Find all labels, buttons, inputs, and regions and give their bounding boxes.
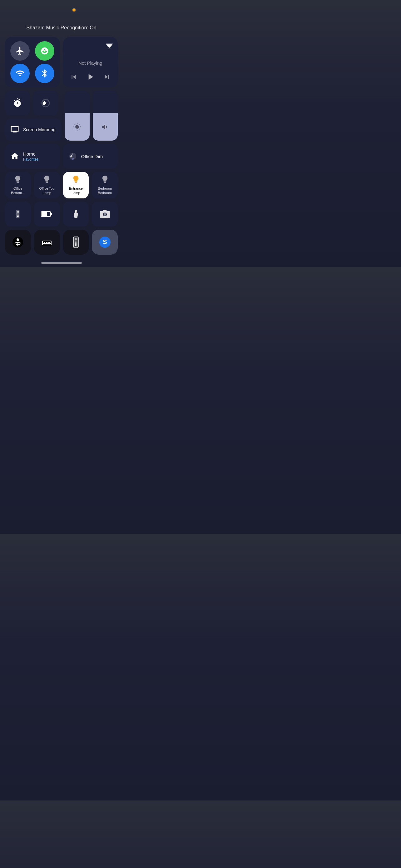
shazam-dock-button[interactable]: S: [92, 230, 118, 255]
lights-row: Office Bottom... Office Top Lamp Entranc…: [5, 172, 118, 198]
office-bottom-label: Office Bottom...: [7, 186, 29, 195]
rewind-button[interactable]: [70, 73, 78, 82]
svg-rect-12: [51, 213, 52, 215]
rotation-lock-button[interactable]: [5, 91, 30, 116]
svg-rect-23: [46, 242, 47, 243]
airplane-mode-button[interactable]: [10, 41, 30, 61]
office-top-lamp-button[interactable]: Office Top Lamp: [34, 172, 60, 198]
svg-point-0: [44, 50, 45, 52]
svg-rect-28: [75, 242, 76, 242]
camera-indicator-dot: [72, 8, 75, 11]
row-1: Not Playing: [5, 37, 118, 88]
bedroom-label: Bedroom Bedroom: [94, 186, 116, 195]
shazam-header: Shazam Music Recognition: On: [0, 25, 123, 31]
media-top: [67, 41, 114, 51]
svg-rect-10: [17, 216, 19, 217]
screen-mirroring-button[interactable]: Screen Mirroring: [5, 119, 62, 141]
svg-rect-6: [17, 213, 18, 214]
volume-slider[interactable]: [93, 91, 118, 141]
svg-rect-30: [75, 243, 76, 244]
office-dim-label: Office Dim: [81, 154, 103, 159]
bluetooth-button[interactable]: [35, 64, 54, 83]
svg-rect-9: [18, 215, 19, 215]
office-top-lamp-label: Office Top Lamp: [36, 186, 58, 195]
svg-rect-2: [17, 211, 18, 212]
battery-button[interactable]: [34, 202, 60, 226]
dock-row: S: [5, 230, 118, 260]
svg-rect-8: [17, 215, 18, 215]
office-bottom-button[interactable]: Office Bottom...: [5, 172, 31, 198]
svg-rect-24: [48, 242, 49, 243]
sliders: [65, 91, 118, 141]
svg-point-14: [75, 211, 76, 212]
sleep-button[interactable]: [34, 230, 60, 255]
home-favorites-text: Home Favorites: [23, 151, 38, 161]
home-row: Home Favorites Office Dim: [5, 144, 118, 169]
svg-rect-4: [17, 212, 18, 213]
accessibility-button[interactable]: [5, 230, 31, 255]
svg-rect-31: [75, 244, 76, 245]
connectivity-card: [5, 37, 60, 88]
svg-point-26: [75, 238, 77, 240]
wifi-button[interactable]: [10, 64, 30, 83]
torch-button[interactable]: [63, 202, 89, 226]
row-2: Screen Mirroring: [5, 91, 118, 141]
status-bar: [0, 0, 123, 16]
entrance-lamp-button[interactable]: Entrance Lamp: [63, 172, 89, 198]
do-not-disturb-button[interactable]: [33, 91, 58, 116]
play-button[interactable]: [85, 72, 95, 83]
tools-row: [5, 202, 118, 226]
entrance-lamp-label: Entrance Lamp: [65, 186, 87, 195]
bedroom-button[interactable]: Bedroom Bedroom: [92, 172, 118, 198]
svg-rect-5: [18, 212, 19, 213]
home-favorites-button[interactable]: Home Favorites: [5, 144, 60, 169]
airplay-button[interactable]: [105, 41, 113, 51]
media-controls: [67, 72, 114, 83]
svg-rect-7: [18, 213, 19, 214]
svg-point-15: [104, 213, 106, 215]
media-not-playing-label: Not Playing: [67, 60, 114, 66]
fast-forward-button[interactable]: [103, 73, 111, 82]
svg-rect-1: [16, 210, 20, 218]
control-center: Not Playing: [0, 37, 123, 260]
left-controls: Screen Mirroring: [5, 91, 62, 141]
svg-rect-13: [42, 212, 47, 216]
svg-rect-22: [44, 242, 45, 243]
home-indicator[interactable]: [41, 262, 82, 264]
svg-rect-29: [75, 243, 76, 243]
small-controls-row: [5, 91, 62, 116]
shazam-button[interactable]: [35, 41, 54, 61]
remote-button[interactable]: [5, 202, 31, 226]
svg-rect-27: [75, 241, 76, 241]
svg-rect-32: [75, 245, 76, 246]
brightness-slider[interactable]: [65, 91, 90, 141]
svg-rect-3: [18, 211, 19, 212]
apple-remote-button[interactable]: [63, 230, 89, 255]
svg-text:S: S: [103, 239, 107, 245]
camera-button[interactable]: [92, 202, 118, 226]
media-card: Not Playing: [63, 37, 118, 88]
svg-point-17: [16, 239, 19, 241]
office-dim-button[interactable]: Office Dim: [63, 144, 118, 169]
screen-mirroring-label: Screen Mirroring: [23, 127, 55, 132]
